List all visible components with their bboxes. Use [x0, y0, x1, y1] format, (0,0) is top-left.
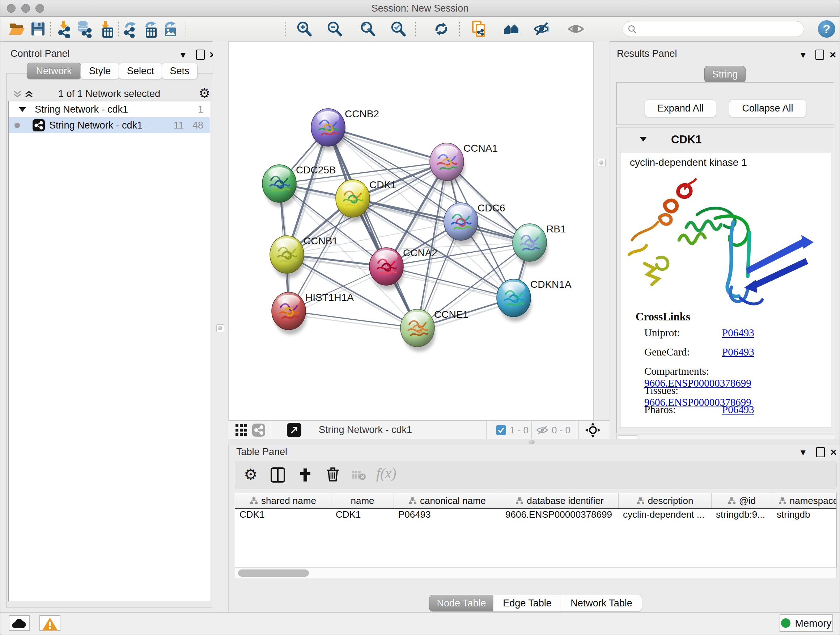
import-network-database-button[interactable]	[76, 20, 93, 38]
birds-eye-view-icon[interactable]	[585, 422, 601, 438]
tab-network[interactable]: Network	[27, 63, 81, 79]
clone-network-button[interactable]	[471, 20, 488, 38]
refresh-layout-button[interactable]	[433, 20, 450, 38]
tab-string[interactable]: String	[704, 66, 745, 82]
right-splitter-handle[interactable]	[598, 159, 606, 167]
network-node-RB1[interactable]: RB1	[513, 223, 566, 266]
column-header-shared-name[interactable]: shared name	[235, 493, 332, 508]
zoom-fit-button[interactable]	[359, 20, 377, 38]
network-row-selected[interactable]: String Network - cdk1 11 48	[9, 117, 210, 133]
table-cell[interactable]: stringdb:9...	[712, 509, 772, 524]
control-panel-menu-icon[interactable]: ▼	[178, 50, 188, 60]
export-table-button[interactable]	[142, 20, 159, 38]
collapse-all-button[interactable]: Collapse All	[729, 100, 806, 117]
control-panel-float-icon[interactable]	[195, 50, 206, 60]
column-header-@id[interactable]: @id	[712, 493, 772, 508]
hidden-eye-icon[interactable]	[536, 425, 549, 435]
import-table-button[interactable]	[97, 20, 115, 38]
first-neighbors-button[interactable]	[502, 20, 520, 38]
crosslink-link[interactable]: P06493	[722, 404, 754, 415]
export-image-button[interactable]	[162, 20, 179, 38]
warnings-button[interactable]	[39, 615, 60, 631]
table-cell[interactable]: CDK1	[332, 509, 394, 524]
tab-node-table[interactable]: Node Table	[429, 595, 494, 611]
collection-label: String Network - cdk1	[35, 104, 128, 115]
gene-section-expander-icon[interactable]	[639, 137, 647, 141]
detach-view-icon[interactable]	[287, 423, 302, 437]
search-input[interactable]	[640, 22, 801, 35]
node-label-CCNB1: CCNB1	[303, 235, 338, 247]
toolbar-separator	[50, 21, 51, 37]
show-all-button[interactable]	[567, 20, 584, 38]
tab-style[interactable]: Style	[80, 63, 119, 79]
collection-expander-icon[interactable]	[19, 107, 26, 112]
network-collection-row[interactable]: String Network - cdk1 1	[9, 101, 210, 117]
table-settings-gear-icon[interactable]: ⚙	[244, 466, 257, 483]
expand-all-button[interactable]: Expand All	[645, 100, 716, 117]
selected-checkbox-icon[interactable]	[496, 425, 506, 435]
table-panel-menu-icon[interactable]: ▼	[798, 447, 808, 458]
table-hscrollbar-thumb[interactable]	[238, 570, 309, 577]
table-panel-float-icon[interactable]	[815, 447, 826, 458]
memory-button[interactable]: Memory	[780, 614, 833, 632]
table-panel-close-icon[interactable]: ✕	[828, 447, 839, 458]
network-canvas[interactable]: CCNB2CCNA1CDC25BCDK1CDC6RB1CCNB1CCNA2CDK…	[228, 41, 594, 420]
results-panel-menu-icon[interactable]: ▼	[798, 50, 808, 60]
network-node-CDC25B[interactable]: CDC25B	[262, 165, 336, 207]
cloud-status-button[interactable]	[9, 615, 30, 631]
toolbar-separator	[118, 21, 118, 37]
netbar-separator	[531, 421, 532, 440]
results-panel-close-icon[interactable]: ✕	[827, 50, 838, 60]
table-header-row: shared namenamecanonical namedatabase id…	[235, 493, 836, 509]
export-network-button[interactable]	[122, 20, 139, 38]
network-node-CCNE1[interactable]: CCNE1	[401, 309, 469, 352]
table-row[interactable]: CDK1CDK1P064939606.ENSP00000378699cyclin…	[235, 509, 836, 524]
crosslink-label: Pharos:	[644, 404, 722, 416]
table-cell[interactable]: CDK1	[235, 509, 332, 524]
help-button[interactable]: ?	[818, 20, 835, 38]
delete-column-trash-icon[interactable]	[325, 466, 341, 482]
status-bar: Memory	[0, 612, 840, 635]
network-options-gear-icon[interactable]: ⚙	[199, 86, 210, 101]
tab-network-table[interactable]: Network Table	[561, 595, 642, 611]
column-header-canonical-name[interactable]: canonical name	[394, 493, 501, 508]
table-splitter-handle[interactable]	[529, 440, 535, 444]
table-hscrollbar[interactable]	[235, 567, 837, 579]
add-column-icon[interactable]	[297, 467, 313, 483]
tab-sets[interactable]: Sets	[162, 63, 197, 79]
table-cell[interactable]: stringdb	[772, 509, 837, 524]
table-cell[interactable]: P06493	[394, 509, 501, 524]
table-cell[interactable]: 9606.ENSP00000378699	[501, 509, 619, 524]
import-network-file-button[interactable]	[56, 20, 73, 38]
node-label-CCNA2: CCNA2	[403, 247, 437, 258]
column-header-name[interactable]: name	[332, 493, 394, 508]
network-node-count: 11	[174, 120, 184, 131]
network-edge-CCNB2-CCNA1[interactable]	[328, 127, 447, 162]
crosslink-link[interactable]: P06493	[722, 346, 754, 358]
zoom-out-button[interactable]	[326, 20, 343, 38]
column-header-database-identifier[interactable]: database identifier	[501, 493, 619, 508]
left-splitter-handle[interactable]	[216, 325, 224, 333]
results-panel-float-icon[interactable]	[814, 50, 825, 60]
open-session-button[interactable]	[8, 20, 26, 38]
zoom-selected-button[interactable]	[390, 20, 407, 38]
network-node-CDKN1A[interactable]: CDKN1A	[497, 279, 572, 321]
tab-edge-table[interactable]: Edge Table	[493, 595, 561, 611]
function-builder-icon[interactable]: f(x)	[376, 465, 396, 482]
tab-select[interactable]: Select	[118, 63, 163, 79]
grid-view-icon[interactable]	[235, 424, 248, 437]
delete-table-icon[interactable]	[352, 470, 366, 481]
zoom-in-button[interactable]	[295, 20, 313, 38]
table-cell[interactable]: cyclin-dependent ...	[619, 509, 712, 524]
column-header-namespace[interactable]: namespace	[772, 493, 837, 508]
save-session-button[interactable]	[29, 20, 47, 38]
show-columns-icon[interactable]	[270, 467, 286, 483]
network-share-view-icon[interactable]	[252, 424, 265, 437]
column-header-description[interactable]: description	[619, 493, 712, 508]
hide-selected-button[interactable]	[533, 20, 550, 38]
crosslink-link[interactable]: P06493	[722, 327, 754, 339]
network-node-CCNB2[interactable]: CCNB2	[311, 108, 379, 151]
network-node-HIST1H1A[interactable]: HIST1H1A	[272, 292, 354, 334]
network-node-CCNB1[interactable]: CCNB1	[270, 235, 338, 278]
right-splitter[interactable]	[594, 41, 610, 420]
